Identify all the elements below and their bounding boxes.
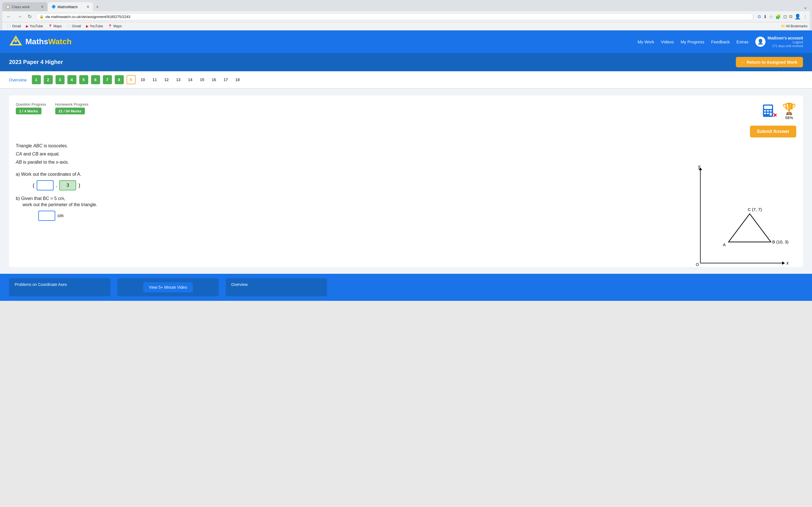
calculator-tool[interactable]: ✕	[762, 103, 776, 119]
tab-classwork[interactable]: 📋 Class work ✕	[2, 2, 47, 11]
question-panel: Question Progress 1 / 4 Marks Homework P…	[9, 96, 803, 267]
svg-rect-5	[764, 110, 766, 112]
q-num-4[interactable]: 4	[67, 75, 77, 84]
q-num-15[interactable]: 15	[198, 75, 207, 84]
svg-rect-8	[764, 113, 766, 114]
trophy-icon: 🏆	[782, 102, 796, 115]
bookmark-gmail-2-label: Gmail	[72, 24, 81, 28]
bookmark-youtube-2[interactable]: ▶ YouTube	[84, 23, 105, 29]
q-num-7[interactable]: 7	[103, 75, 112, 84]
q-num-6[interactable]: 6	[91, 75, 100, 84]
svg-rect-9	[767, 113, 769, 114]
q-num-12[interactable]: 12	[162, 75, 171, 84]
gmail-icon-2: ✉️	[67, 24, 71, 28]
comma-separator: ,	[56, 183, 57, 188]
logo-text: MathsWatch	[26, 37, 71, 46]
youtube-icon-2: ▶	[86, 24, 89, 28]
bookmarks-folder-icon: 📁	[781, 24, 785, 28]
svg-marker-13	[782, 262, 785, 265]
svg-text:O: O	[696, 262, 699, 267]
split-icon[interactable]: ⧉	[789, 14, 792, 19]
q-num-13[interactable]: 13	[174, 75, 183, 84]
assignment-bar: 2023 Paper 4 Higher ← Return to Assigned…	[0, 53, 812, 71]
bookmark-youtube-2-label: YouTube	[90, 24, 103, 28]
tab-classwork-label: Class work	[12, 5, 30, 9]
q-num-11[interactable]: 11	[150, 75, 159, 84]
google-icon[interactable]: G	[758, 14, 761, 19]
overview-link[interactable]: Overview	[9, 77, 27, 82]
bookmark-maps-1-label: Maps	[54, 24, 62, 28]
bookmark-gmail-1[interactable]: ✉️ Gmail	[4, 23, 23, 29]
part-b-answer-row: cm	[38, 211, 146, 221]
gmail-icon-1: ✉️	[7, 24, 11, 28]
logo-watch: Watch	[48, 37, 71, 46]
bookmark-gmail-2[interactable]: ✉️ Gmail	[64, 23, 83, 29]
bottom-card-2[interactable]: View 5+ Minute Video	[117, 278, 219, 296]
part-a-input-x[interactable]	[37, 180, 54, 190]
star-icon[interactable]: ☆	[769, 14, 773, 19]
homework-progress-label: Homework Progress	[55, 102, 89, 107]
nav-videos[interactable]: Videos	[661, 40, 674, 44]
tab-mathswatch[interactable]: 🔷 MathsWatch ✕	[48, 2, 93, 11]
part-a-input-y[interactable]	[59, 180, 76, 190]
tab-classwork-close[interactable]: ✕	[41, 4, 44, 9]
submit-button[interactable]: Submit Answer	[750, 126, 796, 137]
q-num-5[interactable]: 5	[79, 75, 88, 84]
back-button[interactable]: ←	[4, 13, 13, 20]
tab-mathswatch-close[interactable]: ✕	[86, 4, 90, 9]
bookmark-youtube-1[interactable]: ▶ YouTube	[24, 23, 45, 29]
all-bookmarks[interactable]: 📁 All Bookmarks	[781, 24, 808, 28]
account-name: Madison's account	[768, 36, 803, 40]
logo-maths: Maths	[26, 37, 48, 46]
part-b-input[interactable]	[38, 211, 55, 221]
maps-icon-1: 📍	[48, 24, 52, 28]
menu-icon[interactable]: ⋮	[803, 14, 808, 19]
media-icon[interactable]: ⊡	[783, 14, 787, 19]
lock-icon: 🔒	[40, 15, 44, 18]
download-icon[interactable]: ⬇	[763, 14, 767, 19]
new-tab-button[interactable]: +	[94, 3, 101, 11]
extensions-icon[interactable]: 🧩	[775, 14, 781, 19]
q-num-18[interactable]: 18	[233, 75, 242, 84]
q-num-10[interactable]: 10	[139, 75, 147, 84]
bottom-card-3-title: Overview	[231, 282, 248, 287]
svg-text:✕: ✕	[772, 112, 776, 118]
q-num-3[interactable]: 3	[56, 75, 64, 84]
svg-rect-6	[767, 110, 769, 112]
account-section: 👤 Madison's account Logout 171 days unti…	[755, 36, 803, 48]
bookmark-youtube-1-label: YouTube	[30, 24, 43, 28]
video-button[interactable]: View 5+ Minute Video	[143, 282, 193, 292]
nav-feedback[interactable]: Feedback	[711, 40, 730, 44]
question-content: Triangle ABC is isosceles. CA and CB are…	[16, 142, 796, 260]
return-button[interactable]: ← Return to Assigned Work	[736, 57, 803, 67]
forward-button[interactable]: →	[15, 13, 24, 20]
nav-extras[interactable]: Extras	[737, 40, 749, 44]
account-avatar[interactable]: 👤	[755, 37, 765, 47]
q-num-17[interactable]: 17	[221, 75, 231, 84]
logout-link[interactable]: Logout	[768, 40, 803, 44]
q-num-14[interactable]: 14	[186, 75, 195, 84]
bookmark-maps-2[interactable]: 📍 Maps	[106, 23, 124, 29]
q-num-8[interactable]: 8	[115, 75, 124, 84]
q-num-1[interactable]: 1	[32, 75, 41, 84]
bottom-card-1-title: Problems on Coordinate Axes	[15, 282, 67, 287]
bookmark-maps-1[interactable]: 📍 Maps	[46, 23, 64, 29]
bottom-card-1: Problems on Coordinate Axes	[9, 278, 110, 296]
q-num-9[interactable]: 9	[126, 75, 136, 84]
nav-mywork[interactable]: My Work	[638, 40, 654, 44]
homework-progress: Homework Progress 21 / 54 Marks	[55, 102, 89, 114]
logo[interactable]: MathsWatch	[9, 35, 71, 48]
q-num-2[interactable]: 2	[44, 75, 53, 84]
tab-menu-button[interactable]: ⌄	[801, 3, 810, 11]
address-bar[interactable]: 🔒 vle.mathswatch.co.uk/vle/assignment/91…	[36, 13, 753, 20]
main-nav: My Work Videos My Progress Feedback Extr…	[638, 36, 803, 48]
q-num-16[interactable]: 16	[209, 75, 218, 84]
youtube-icon-1: ▶	[26, 24, 29, 28]
profile-icon[interactable]: 👤	[795, 13, 801, 20]
trophy-tool[interactable]: 🏆 56%	[782, 102, 796, 120]
svg-text:A: A	[723, 242, 726, 247]
coordinate-graph: x y O C (7, 7) B (10, 3) A	[692, 165, 791, 272]
reload-button[interactable]: ↻	[26, 13, 34, 20]
nav-myprogress[interactable]: My Progress	[680, 40, 704, 44]
question-progress: Question Progress 1 / 4 Marks	[16, 102, 46, 114]
